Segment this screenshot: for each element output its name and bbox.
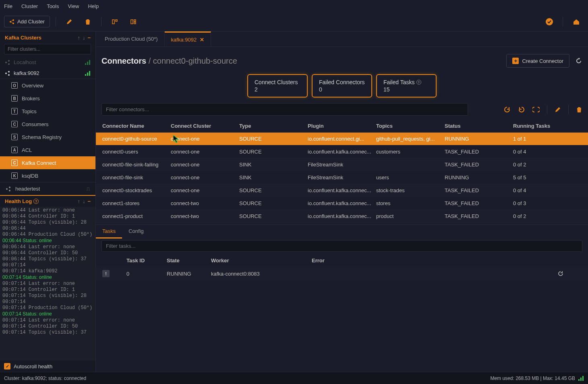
- scroll-down-icon[interactable]: ↓: [83, 198, 85, 204]
- svg-rect-5: [131, 20, 133, 24]
- column-header[interactable]: Type: [239, 123, 308, 129]
- cell-topics: product: [376, 213, 445, 219]
- autoscroll-label: Autoscroll health: [14, 363, 52, 369]
- info-icon[interactable]: ?: [33, 199, 39, 204]
- home-icon[interactable]: [569, 15, 584, 28]
- sidebar-nav-item[interactable]: AACL: [0, 143, 95, 156]
- health-log[interactable]: 00:06:44 Last error: none 00:06:44 Contr…: [0, 207, 95, 361]
- connector-row[interactable]: connect0-file-sinkconnect-oneSINKFileStr…: [96, 171, 588, 184]
- connector-row[interactable]: connect1-storesconnect-twoSOURCEio.confl…: [96, 197, 588, 210]
- edit-connector-icon[interactable]: [555, 106, 561, 113]
- sidebar-nav-item[interactable]: KksqlDB: [0, 169, 95, 182]
- connector-row[interactable]: connect0-usersconnect-oneSOURCEio.conflu…: [96, 145, 588, 158]
- editor-tab[interactable]: Production Cloud (50*): [98, 31, 165, 46]
- cell-topics: stock-trades: [376, 187, 445, 193]
- connector-row[interactable]: connect1-productconnect-twoSOURCEio.conf…: [96, 210, 588, 223]
- filter-tasks-input[interactable]: [101, 240, 582, 252]
- nav-label: Consumers: [22, 121, 48, 127]
- connector-row[interactable]: connect0-stocktradesconnect-oneSOURCEio.…: [96, 184, 588, 197]
- svg-point-22: [9, 187, 10, 188]
- cell-cluster: connect-one: [171, 149, 239, 155]
- detail-subtab[interactable]: Config: [122, 225, 150, 239]
- sidebar-cluster-item[interactable]: kafka:9092: [0, 68, 95, 79]
- scroll-up-icon[interactable]: ↑: [77, 198, 80, 204]
- menu-bar: File Cluster Tools View Help: [0, 0, 588, 12]
- separator: [56, 17, 56, 27]
- delete-icon[interactable]: [80, 15, 95, 28]
- edit-icon[interactable]: [62, 15, 77, 28]
- sidebar-nav-item[interactable]: OOverview: [0, 79, 95, 92]
- menu-file[interactable]: File: [4, 3, 12, 9]
- pause-icon[interactable]: [518, 106, 525, 113]
- column-header[interactable]: Connect Cluster: [171, 123, 239, 129]
- page-title-main: Connectors: [101, 56, 146, 65]
- sidebar-nav-item[interactable]: CKafka Connect: [0, 156, 95, 169]
- column-header[interactable]: Connector Name: [102, 123, 171, 129]
- restart-task-icon[interactable]: [557, 270, 582, 277]
- cell-tasks: 0 of 2: [513, 162, 569, 168]
- status-ok-icon[interactable]: [542, 15, 557, 28]
- task-row[interactable]: !0RUNNINGkafka-connect0:8083: [96, 267, 588, 280]
- column-header[interactable]: Running Tasks: [513, 123, 569, 129]
- sidebar-nav-item[interactable]: SSchema Registry: [0, 131, 95, 143]
- sort-up-icon[interactable]: ↑: [77, 35, 80, 41]
- expand-icon[interactable]: [126, 15, 141, 28]
- cell-plugin: FileStreamSink: [308, 162, 376, 168]
- column-header[interactable]: Status: [445, 123, 513, 129]
- cell-type: SOURCE: [239, 149, 308, 155]
- separator: [563, 17, 563, 27]
- minimize-icon[interactable]: −: [87, 35, 91, 41]
- minimize-health-icon[interactable]: −: [87, 198, 91, 204]
- sidebar-nav-item[interactable]: TTopics: [0, 105, 95, 118]
- autoscroll-checkbox[interactable]: ✓: [4, 363, 10, 369]
- restart-icon[interactable]: [503, 106, 511, 113]
- autoscroll-row[interactable]: ✓ Autoscroll health: [0, 361, 95, 372]
- stat-card[interactable]: Failed Tasks ?15: [376, 74, 437, 98]
- cluster-icon: [6, 186, 11, 192]
- filter-clusters-input[interactable]: [4, 44, 91, 54]
- editor-tab[interactable]: kafka:9092✕: [165, 31, 211, 46]
- collapse-icon[interactable]: [107, 15, 122, 28]
- menu-view[interactable]: View: [68, 3, 79, 9]
- sidebar-nav-item[interactable]: BBrokers: [0, 92, 95, 105]
- stat-card[interactable]: Connect Clusters2: [247, 74, 308, 98]
- task-column-header[interactable]: Worker: [211, 257, 312, 264]
- status-left: Cluster: kafka:9092; status: connected: [4, 376, 86, 381]
- menu-help[interactable]: Help: [88, 3, 99, 9]
- sidebar-cluster-item[interactable]: Localhost: [0, 57, 95, 68]
- cell-plugin: io.confluent.kafka.connec...: [308, 213, 376, 219]
- refresh-icon[interactable]: [575, 57, 582, 64]
- svg-rect-7: [134, 22, 136, 24]
- cell-cluster: connect-one: [171, 162, 239, 168]
- add-cluster-button[interactable]: Add Cluster: [4, 16, 50, 27]
- menu-tools[interactable]: Tools: [47, 3, 59, 9]
- nav-badge-icon: C: [11, 160, 18, 166]
- column-header[interactable]: Topics: [376, 123, 445, 129]
- signal-icon: [85, 71, 91, 76]
- cell-tasks: 0 of 3: [513, 200, 569, 206]
- task-id: 0: [126, 271, 167, 277]
- delete-connector-icon[interactable]: [576, 106, 582, 113]
- connector-row[interactable]: connect0-github-sourceconnect-oneSOURCEi…: [96, 133, 588, 145]
- detail-subtab[interactable]: Tasks: [96, 225, 122, 239]
- menu-cluster[interactable]: Cluster: [21, 3, 38, 9]
- filter-connectors-input[interactable]: [101, 103, 468, 116]
- svg-rect-4: [116, 20, 117, 21]
- warning-icon[interactable]: !: [102, 270, 110, 277]
- task-column-header[interactable]: Task ID: [126, 257, 167, 264]
- sort-down-icon[interactable]: ↓: [83, 35, 85, 41]
- task-column-header[interactable]: Error: [312, 257, 557, 264]
- create-connector-button[interactable]: ＋ Create Connector: [506, 54, 569, 68]
- sidebar-nav-item[interactable]: CConsumers: [0, 118, 95, 131]
- task-column-header[interactable]: State: [167, 257, 211, 264]
- close-tab-icon[interactable]: ✕: [200, 37, 204, 43]
- resume-icon[interactable]: [532, 106, 540, 113]
- info-icon[interactable]: ?: [416, 80, 421, 85]
- connector-row[interactable]: connect0-file-sink-failingconnect-oneSIN…: [96, 158, 588, 171]
- tab-label: Production Cloud (50*): [105, 36, 158, 42]
- sidebar-item-headertest[interactable]: headertest ⎍: [0, 182, 95, 195]
- nav-label: ACL: [22, 147, 32, 153]
- stat-card[interactable]: Failed Connectors0: [312, 74, 372, 98]
- column-header[interactable]: Plugin: [308, 123, 376, 129]
- cell-tasks: 0 of 2: [513, 213, 569, 219]
